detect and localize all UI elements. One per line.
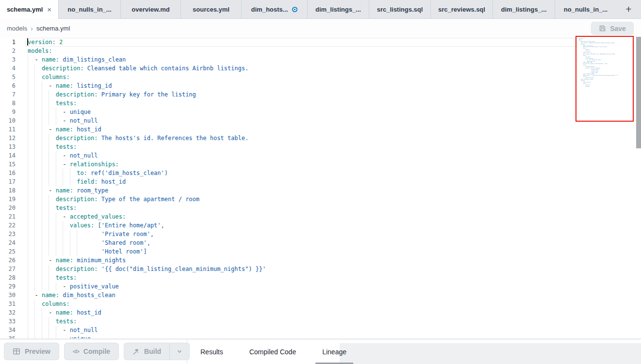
code-line[interactable]: 2models: — [0, 47, 641, 55]
panel-tab-compiled-code[interactable]: Compiled Code — [236, 339, 310, 364]
code-line[interactable]: 7 description: Primary key for the listi… — [0, 90, 641, 99]
file-tab-dim-listings[interactable]: dim_listings_... — [493, 0, 555, 18]
code-line[interactable]: 11 - name: host_id — [0, 125, 641, 134]
line-number: 10 — [0, 116, 16, 125]
panel-tab-lineage[interactable]: Lineage — [309, 339, 360, 364]
code-line[interactable]: 14 - not_null — [0, 151, 641, 160]
chevron-down-icon — [176, 348, 183, 355]
code-line-content: - name: listing_id — [28, 81, 577, 90]
file-tab-dim-listings[interactable]: dim_listings_... — [307, 0, 369, 18]
minimap-line: - unique — [578, 86, 633, 87]
text-cursor — [27, 38, 28, 46]
file-tab-label: no_nulls_in_... — [564, 6, 608, 13]
file-tab-label: schema.yml — [7, 6, 43, 13]
line-number: 15 — [0, 160, 16, 169]
code-line[interactable]: 15 - relationships: — [0, 160, 641, 169]
code-line-content: - unique — [28, 334, 577, 338]
code-line-content: 'Shared room', — [28, 238, 577, 247]
code-line[interactable]: 26 - name: minimum_nights — [0, 256, 641, 265]
code-line-content: 'Private room', — [28, 230, 577, 238]
file-tab-sources-yml[interactable]: sources.yml — [181, 0, 241, 18]
code-line-content: - positive_value — [28, 282, 577, 291]
code-line[interactable]: 22 values: ['Entire home/apt', — [0, 221, 641, 230]
file-tab-dim-hosts[interactable]: dim_hosts... — [241, 0, 307, 18]
line-number: 7 — [0, 90, 16, 99]
compile-button[interactable]: </>Compile — [64, 343, 119, 360]
table-icon — [13, 348, 20, 355]
code-line[interactable]: 27 description: '{{ doc("dim_listing_cle… — [0, 265, 641, 273]
line-number: 27 — [0, 265, 16, 273]
editor-minimap[interactable]: version: 2models: - name: dim_listings_c… — [578, 38, 633, 140]
code-line-content: models: — [28, 47, 577, 55]
code-line[interactable]: 21 - accepted_values: — [0, 212, 641, 221]
line-number: 26 — [0, 256, 16, 265]
file-tab-src-reviews-sql[interactable]: src_reviews.sql — [430, 0, 493, 18]
code-line[interactable]: 9 - unique — [0, 108, 641, 116]
code-line-content: - name: dim_hosts_clean — [28, 291, 577, 300]
file-tab-label: dim_listings_... — [501, 6, 547, 13]
file-tab-src-listings-sql[interactable]: src_listings.sql — [369, 0, 430, 18]
code-editor[interactable]: 1version: 22models:3 - name: dim_listing… — [0, 38, 641, 338]
code-line[interactable]: 31 columns: — [0, 300, 641, 308]
save-button[interactable]: Save — [591, 22, 634, 35]
code-line[interactable]: 4 description: Cleansed table which cont… — [0, 64, 641, 73]
file-tab-label: src_reviews.sql — [438, 6, 485, 13]
close-icon[interactable]: × — [47, 6, 51, 13]
code-line[interactable]: 16 to: ref('dim_hosts_clean') — [0, 169, 641, 177]
code-line[interactable]: 20 tests: — [0, 204, 641, 212]
line-number: 6 — [0, 81, 16, 90]
code-line-content: tests: — [28, 204, 577, 212]
editor-scrollbar-thumb[interactable] — [636, 37, 641, 148]
code-line-content: - accepted_values: — [28, 212, 577, 221]
code-line[interactable]: 33 tests: — [0, 317, 641, 326]
code-line[interactable]: 25 'Hotel room'] — [0, 247, 641, 256]
code-icon: </> — [73, 348, 79, 354]
build-button-label: Build — [144, 348, 161, 355]
code-line[interactable]: 28 tests: — [0, 273, 641, 282]
code-line[interactable]: 29 - positive_value — [0, 282, 641, 291]
code-line[interactable]: 30 - name: dim_hosts_clean — [0, 291, 641, 300]
code-line[interactable]: 18 - name: room_type — [0, 186, 641, 195]
panel-tab-results[interactable]: Results — [187, 339, 236, 364]
preview-button-label: Preview — [25, 348, 50, 355]
breadcrumb-item-schema-yml[interactable]: schema.yml — [36, 25, 70, 32]
code-line[interactable]: 17 field: host_id — [0, 177, 641, 186]
line-number: 35 — [0, 334, 16, 338]
code-line[interactable]: 35 - unique — [0, 334, 641, 338]
code-line[interactable]: 5 columns: — [0, 73, 641, 81]
line-number: 12 — [0, 134, 16, 142]
code-line-content: field: host_id — [28, 177, 577, 186]
code-line[interactable]: 12 description: The hosts's id. Referenc… — [0, 134, 641, 142]
file-tab-no-nulls-in[interactable]: no_nulls_in_... — [555, 0, 616, 18]
line-number: 16 — [0, 169, 16, 177]
code-line-content: - name: host_id — [28, 308, 577, 317]
preview-button[interactable]: Preview — [4, 343, 59, 360]
code-line[interactable]: 23 'Private room', — [0, 230, 641, 238]
code-line[interactable]: 3 - name: dim_listings_clean — [0, 55, 641, 64]
file-tab-overview-md[interactable]: overview.md — [120, 0, 181, 18]
code-line[interactable]: 8 tests: — [0, 99, 641, 108]
build-button[interactable]: Build — [124, 343, 169, 360]
new-tab-plus-icon[interactable]: + — [616, 0, 641, 18]
file-tab-no-nulls-in[interactable]: no_nulls_in_... — [58, 0, 120, 18]
breadcrumb-item-models[interactable]: models — [7, 25, 27, 32]
unsaved-changes-dot-icon — [292, 7, 297, 12]
code-line[interactable]: 10 - not_null — [0, 116, 641, 125]
code-line[interactable]: 24 'Shared room', — [0, 238, 641, 247]
code-line-content: - not_null — [28, 116, 577, 125]
code-line[interactable]: 19 description: Type of the apartment / … — [0, 195, 641, 204]
build-split-button-group: Build — [124, 343, 190, 360]
file-tab-bar: schema.yml×no_nulls_in_...overview.mdsou… — [0, 0, 641, 19]
breadcrumb-row: models›schema.yml Save — [0, 19, 641, 38]
line-number: 8 — [0, 99, 16, 108]
code-line[interactable]: 13 tests: — [0, 142, 641, 151]
code-line[interactable]: 34 - not_null — [0, 326, 641, 334]
code-line[interactable]: 1version: 2 — [0, 38, 641, 47]
file-tab-schema-yml[interactable]: schema.yml× — [0, 0, 58, 19]
code-line[interactable]: 6 - name: listing_id — [0, 81, 641, 90]
code-line[interactable]: 32 - name: host_id — [0, 308, 641, 317]
line-number: 28 — [0, 273, 16, 282]
line-number: 21 — [0, 212, 16, 221]
breadcrumb: models›schema.yml — [7, 19, 70, 38]
code-line-content: description: Type of the apartment / roo… — [28, 195, 577, 204]
